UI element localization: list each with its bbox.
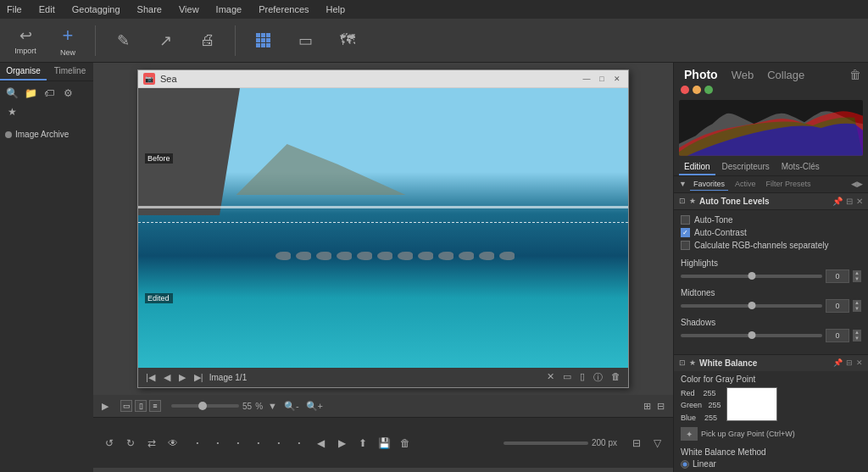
prev-nav-button[interactable]: ◀ [311, 434, 330, 453]
edition-tab-edition[interactable]: Edition [679, 159, 715, 175]
highlights-thumb[interactable] [748, 272, 755, 280]
shadows-track[interactable] [681, 334, 822, 337]
filter-tab-presets[interactable]: Filter Presets [762, 178, 814, 191]
shadows-thumb[interactable] [748, 331, 755, 339]
menu-edit[interactable]: Edit [36, 3, 58, 16]
dot-nav-2[interactable]: • [209, 434, 227, 453]
auto-tone-close-button[interactable]: ✕ [856, 197, 863, 206]
wb-linear-radio[interactable] [681, 460, 689, 469]
maximize-button[interactable]: □ [596, 73, 608, 85]
delete-button[interactable]: 🗑 [609, 370, 623, 385]
print-button[interactable]: 🖨 [189, 22, 226, 59]
zoom-in-button[interactable]: 🔍+ [304, 400, 325, 413]
zoom-out-button[interactable]: 🔍- [282, 400, 301, 413]
next-frame-button[interactable]: ▶ [176, 371, 188, 384]
tag-tool[interactable]: 🏷 [41, 85, 58, 102]
auto-tone-pin-button[interactable]: 📌 [832, 197, 843, 206]
midtones-spin-up[interactable]: ▲ [853, 300, 861, 306]
save-button[interactable]: 💾 [375, 434, 393, 453]
view-btn-2[interactable]: ▯ [135, 400, 147, 412]
menu-file[interactable]: File [3, 3, 25, 16]
upload-button[interactable]: ⬆ [353, 434, 372, 453]
close-button[interactable]: ✕ [611, 73, 623, 85]
flip-button[interactable]: ⇄ [142, 434, 161, 453]
layout-tool-1[interactable]: ⊟ [627, 434, 646, 453]
cb-auto-contrast[interactable]: ✓ [681, 228, 690, 237]
tab-timeline[interactable]: Timeline [47, 63, 93, 81]
layout-tool-2[interactable]: ▽ [648, 434, 666, 453]
map-button[interactable]: 🗺 [329, 22, 366, 59]
shadows-spin-up[interactable]: ▲ [853, 330, 861, 336]
menu-help[interactable]: Help [323, 3, 349, 16]
cb-rgb-channels[interactable] [681, 241, 690, 250]
view-toggle-button[interactable]: ▭ [560, 370, 574, 385]
midtones-spin-down[interactable]: ▼ [853, 306, 861, 312]
search-tool[interactable]: 🔍 [3, 85, 20, 102]
filter-nav-prev[interactable]: ◀ [851, 180, 857, 188]
side-by-side-button[interactable]: ▯ [577, 370, 587, 385]
rp-tab-collage[interactable]: Collage [764, 69, 808, 81]
edition-tab-motscles[interactable]: Mots-Clés [776, 159, 825, 175]
zoom-slider[interactable] [171, 404, 239, 408]
shadows-spin-down[interactable]: ▼ [853, 336, 861, 342]
edit-button[interactable]: ✎ [104, 22, 142, 59]
single-view-button[interactable]: ▭ [287, 22, 324, 59]
rp-tab-photo[interactable]: Photo [681, 68, 721, 81]
menu-geotagging[interactable]: Geotagging [69, 3, 124, 16]
filter-expand-icon[interactable]: ▼ [679, 180, 687, 188]
grid-toggle-button[interactable]: ⊞ [642, 400, 653, 413]
prev-frame-button[interactable]: ◀ [161, 371, 173, 384]
filter-nav-next[interactable]: ▶ [857, 180, 863, 188]
size-slider[interactable] [504, 441, 588, 445]
edition-tab-descripteurs[interactable]: Descripteurs [717, 159, 775, 175]
last-frame-button[interactable]: ▶| [192, 371, 206, 384]
info-button[interactable]: ⓘ [591, 370, 605, 385]
rotate-right-button[interactable]: ↻ [121, 434, 140, 453]
dot-nav-4[interactable]: • [249, 434, 268, 453]
filter-tab-active[interactable]: Active [732, 178, 760, 191]
dot-nav-6[interactable]: • [290, 434, 309, 453]
dot-nav-3[interactable]: • [229, 434, 248, 453]
dot-nav-1[interactable]: • [188, 434, 207, 453]
highlights-track[interactable] [681, 275, 822, 278]
filter-tool[interactable]: ⚙ [59, 85, 76, 102]
play-button[interactable]: ▶ [100, 400, 110, 413]
zoom-handle[interactable] [198, 402, 207, 410]
edit-mode-button[interactable]: ✕ [544, 370, 557, 385]
zoom-dropdown-button[interactable]: ▼ [266, 400, 279, 412]
grid-view-button[interactable] [244, 22, 281, 59]
rotate-left-button[interactable]: ↺ [100, 434, 119, 453]
dot-green[interactable] [704, 86, 713, 94]
wb-pin-button[interactable]: 📌 [833, 358, 843, 367]
tab-organise[interactable]: Organise [0, 63, 47, 81]
filter-tab-favorites[interactable]: Favorites [690, 178, 728, 191]
menu-preferences[interactable]: Preferences [255, 3, 312, 16]
dot-nav-5[interactable]: • [270, 434, 288, 453]
view-btn-1[interactable]: ▭ [120, 400, 132, 412]
import-button[interactable]: ↩ Import [7, 22, 44, 59]
next-nav-button[interactable]: ▶ [332, 434, 351, 453]
menu-view[interactable]: View [175, 3, 203, 16]
dot-yellow[interactable] [693, 86, 701, 94]
star-tool[interactable]: ★ [3, 103, 20, 120]
cb-auto-tone[interactable] [681, 215, 690, 225]
auto-tone-expand-button[interactable]: ⊟ [846, 197, 853, 206]
highlights-spin-down[interactable]: ▼ [853, 276, 861, 282]
menu-image[interactable]: Image [213, 3, 246, 16]
midtones-track[interactable] [681, 304, 822, 308]
rp-tab-web[interactable]: Web [728, 69, 758, 81]
wb-close-button[interactable]: ✕ [856, 358, 863, 367]
trash-button[interactable]: 🗑 [849, 68, 861, 81]
share-button[interactable]: ↗ [147, 22, 184, 59]
menu-share[interactable]: Share [134, 3, 165, 16]
view-btn-3[interactable]: ≡ [149, 400, 161, 412]
minimize-button[interactable]: — [581, 73, 593, 85]
eyedropper-button[interactable]: ✦ [681, 427, 698, 441]
first-frame-button[interactable]: |◀ [143, 371, 158, 384]
layout-button[interactable]: ⊟ [655, 400, 666, 413]
dot-red[interactable] [681, 86, 689, 94]
new-button[interactable]: + New [49, 22, 86, 59]
highlights-spin-up[interactable]: ▲ [853, 270, 861, 276]
midtones-thumb[interactable] [748, 302, 755, 309]
delete-btn-2[interactable]: 🗑 [396, 434, 415, 453]
